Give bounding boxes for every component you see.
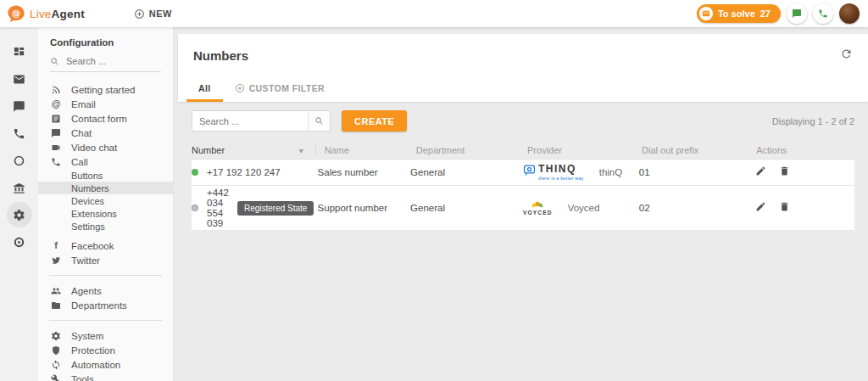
page-title: Numbers bbox=[193, 48, 248, 63]
sync-icon bbox=[50, 360, 62, 370]
provider-label: Voyced bbox=[568, 203, 600, 213]
sidebar-title: Configuration bbox=[38, 37, 173, 48]
numbers-table: Number ▾ Name Department Provider Dial o… bbox=[192, 142, 854, 231]
liveagent-bubble-icon: @ bbox=[7, 4, 25, 23]
table-body: +17 192 120 247 Sales number General THI… bbox=[192, 159, 854, 231]
bank-icon[interactable] bbox=[7, 175, 32, 200]
sidebar-item-buttons[interactable]: Buttons bbox=[38, 169, 173, 182]
sidebar-menu: Getting started @ Email Contact form Cha… bbox=[38, 82, 173, 381]
sidebar-item-devices[interactable]: Devices bbox=[38, 194, 173, 207]
name-value: Sales number bbox=[318, 167, 410, 177]
sidebar-subitem-label: Devices bbox=[71, 196, 104, 206]
department-value: General bbox=[410, 167, 523, 177]
sidebar-item-facebook[interactable]: f Facebook bbox=[38, 238, 173, 253]
table-row[interactable]: +442 034 554 039 Registered State Suppor… bbox=[192, 186, 854, 231]
sidebar-subitem-label: Buttons bbox=[71, 171, 103, 181]
edit-button[interactable] bbox=[755, 201, 766, 215]
search-icon bbox=[50, 57, 59, 66]
column-label: Number bbox=[192, 145, 225, 155]
table-row[interactable]: +17 192 120 247 Sales number General THI… bbox=[192, 160, 854, 186]
sidebar-item-label: System bbox=[71, 331, 103, 341]
tab-all[interactable]: All bbox=[186, 76, 223, 102]
sidebar-item-settings[interactable]: Settings bbox=[38, 220, 173, 233]
voyced-wordmark: VOYCED bbox=[523, 210, 553, 216]
sidebar-item-label: Protection bbox=[71, 345, 115, 356]
column-header-number[interactable]: Number ▾ bbox=[192, 145, 316, 155]
tab-custom-filter[interactable]: CUSTOM FILTER bbox=[223, 76, 337, 102]
sidebar-item-call[interactable]: Call bbox=[38, 154, 173, 169]
to-solve-count: 27 bbox=[760, 8, 771, 19]
status-dot-online bbox=[192, 169, 198, 176]
sidebar-item-protection[interactable]: Protection bbox=[38, 343, 173, 357]
phone-status-button[interactable] bbox=[813, 3, 833, 24]
sidebar-item-email[interactable]: @ Email bbox=[38, 97, 173, 111]
sidebar-item-label: Getting started bbox=[71, 85, 135, 95]
ring-icon[interactable] bbox=[7, 148, 32, 173]
envelope-icon[interactable] bbox=[7, 66, 32, 92]
avatar[interactable] bbox=[839, 3, 860, 24]
target-dot-icon[interactable] bbox=[7, 229, 32, 255]
wrench-icon bbox=[50, 374, 62, 381]
brand-text: LiveAgent bbox=[30, 8, 85, 20]
gear-icon[interactable] bbox=[7, 202, 32, 227]
column-header-name[interactable]: Name bbox=[325, 145, 416, 155]
sidebar-item-video-chat[interactable]: Video chat bbox=[38, 140, 173, 154]
chat-status-button[interactable] bbox=[787, 3, 807, 24]
create-button[interactable]: CREATE bbox=[342, 110, 407, 132]
column-header-department[interactable]: Department bbox=[416, 145, 527, 155]
name-value: Support number bbox=[318, 203, 410, 213]
sidebar-item-getting-started[interactable]: Getting started bbox=[38, 82, 173, 97]
sidebar-item-contact-form[interactable]: Contact form bbox=[38, 111, 173, 126]
chat-bubble-icon[interactable] bbox=[7, 93, 32, 119]
chat-bubble-icon bbox=[792, 8, 802, 19]
column-header-dial-out-prefix[interactable]: Dial out prefix bbox=[642, 145, 756, 155]
voyced-lotus-icon bbox=[531, 200, 544, 210]
sidebar-item-label: Departments bbox=[71, 300, 127, 311]
gear-icon bbox=[50, 331, 62, 341]
phone-icon[interactable] bbox=[7, 120, 32, 146]
sidebar-item-departments[interactable]: Departments bbox=[38, 298, 173, 312]
table-search bbox=[192, 110, 331, 132]
department-value: General bbox=[410, 203, 523, 213]
sidebar-item-label: Video chat bbox=[71, 143, 117, 153]
twitter-icon bbox=[50, 255, 62, 266]
delete-button[interactable] bbox=[779, 201, 790, 215]
sidebar-item-system[interactable]: System bbox=[38, 328, 173, 343]
table-search-input[interactable] bbox=[192, 111, 308, 131]
delete-button[interactable] bbox=[779, 165, 790, 179]
number-value: +442 034 554 039 bbox=[207, 188, 229, 228]
brand-agent: Agent bbox=[52, 8, 85, 20]
sidebar-search bbox=[50, 56, 161, 72]
sidebar-item-agents[interactable]: Agents bbox=[38, 283, 173, 298]
thinq-bubble-icon bbox=[523, 164, 536, 176]
sidebar-item-numbers[interactable]: Numbers bbox=[38, 182, 173, 194]
sidebar-item-label: Tools bbox=[71, 374, 94, 381]
number-value: +17 192 120 247 bbox=[207, 167, 281, 177]
edit-button[interactable] bbox=[755, 165, 766, 179]
people-icon bbox=[50, 286, 62, 296]
liveagent-app: @ LiveAgent NEW To solve 27 bbox=[0, 0, 868, 381]
liveagent-logo[interactable]: @ LiveAgent bbox=[7, 4, 85, 23]
topbar: @ LiveAgent NEW To solve 27 bbox=[0, 0, 868, 27]
refresh-button[interactable] bbox=[840, 48, 853, 63]
to-solve-button[interactable]: To solve 27 bbox=[697, 4, 781, 23]
sidebar-item-label: Automation bbox=[71, 360, 120, 370]
thinq-wordmark: THINQ there is a better way bbox=[538, 164, 584, 181]
sort-caret-icon[interactable]: ▾ bbox=[299, 146, 303, 155]
sidebar-item-chat[interactable]: Chat bbox=[38, 126, 173, 140]
chat-bubble-icon bbox=[50, 128, 62, 138]
pencil-icon bbox=[755, 165, 766, 176]
voyced-logo: VOYCED bbox=[523, 200, 553, 216]
new-button[interactable]: NEW bbox=[134, 8, 172, 20]
phone-icon bbox=[818, 8, 828, 19]
sidebar-item-automation[interactable]: Automation bbox=[38, 357, 173, 372]
sidebar-search-input[interactable] bbox=[66, 56, 161, 66]
sidebar-item-label: Chat bbox=[71, 128, 92, 138]
sidebar-item-extensions[interactable]: Extensions bbox=[38, 207, 173, 220]
tab-label: CUSTOM FILTER bbox=[249, 83, 325, 93]
dashboard-grid-icon[interactable] bbox=[7, 39, 32, 64]
sidebar-item-twitter[interactable]: Twitter bbox=[38, 253, 173, 267]
table-search-button[interactable] bbox=[308, 111, 330, 131]
sidebar-item-tools[interactable]: Tools bbox=[38, 372, 173, 381]
column-header-provider[interactable]: Provider bbox=[527, 145, 642, 155]
